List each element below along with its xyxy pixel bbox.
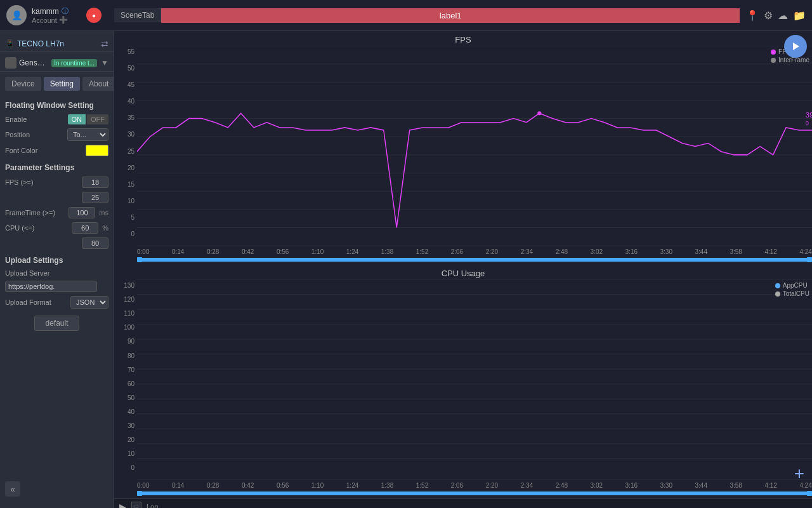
- log-label: Log: [147, 503, 158, 508]
- account-label-row[interactable]: Account ➕: [32, 16, 69, 24]
- frametime-row: FrameTime (>=) ms: [0, 205, 114, 220]
- device-switch-icon[interactable]: ⇄: [101, 39, 108, 49]
- default-button[interactable]: default: [34, 316, 79, 331]
- totalcpu-legend-label: TotalCPU: [783, 290, 809, 297]
- log-arrow-icon[interactable]: ▶: [119, 502, 126, 508]
- cpu-label: CPU (<=): [5, 224, 68, 232]
- fps-svg-area: 39 0 FPS InterFrame: [137, 46, 812, 247]
- fps-y-axis: 55 50 45 40 35 30 25 20 15 10 5 0: [114, 46, 137, 251]
- cpu-row1: CPU (<=) %: [0, 220, 114, 236]
- cpu-scrollbar-left-handle[interactable]: [137, 491, 142, 496]
- charts-area: FPS 55 50 45 40 35 30 25 20 15 10 5 0: [114, 31, 812, 508]
- avatar: 👤: [6, 5, 27, 25]
- fps-x-axis: 0:00 0:14 0:28 0:42 0:56 1:10 1:24 1:38 …: [137, 247, 812, 257]
- label1-tab[interactable]: label1: [161, 8, 740, 23]
- cloud-icon[interactable]: ☁: [778, 10, 788, 22]
- topbar: 👤 kammm ⓘ Account ➕ ● SceneTab label1 📍 …: [0, 0, 812, 31]
- fps-peak-dot: [537, 111, 541, 115]
- floating-window-title: Floating Window Setting: [0, 96, 114, 112]
- fps-input2[interactable]: [82, 192, 108, 203]
- cpu-svg-area: e AppCPU TotalCPU: [137, 279, 812, 481]
- fps-input1[interactable]: 18: [82, 177, 108, 188]
- scene-tab-area: SceneTab label1: [114, 8, 740, 23]
- position-select[interactable]: To...: [67, 128, 108, 141]
- tab-setting[interactable]: Setting: [44, 77, 80, 91]
- cpu-input1[interactable]: [72, 222, 98, 234]
- cpu-chart-wrap: 130 120 110 100 90 80 70 60 50 40 30 20 …: [114, 279, 812, 485]
- upload-settings-title: Upload Settings: [0, 251, 114, 267]
- upload-server-label: Upload Server: [5, 269, 108, 277]
- position-row: Position To...: [0, 126, 114, 143]
- device-row: 📱 TECNO LH7n ⇄: [0, 36, 114, 52]
- app-badge: In rountime t...: [51, 59, 97, 67]
- cpu-scrollbar-row: [137, 490, 812, 497]
- svg-marker-0: [793, 43, 799, 50]
- fps-line: [137, 113, 812, 227]
- parameter-settings-title: Parameter Settings: [0, 158, 114, 175]
- cpu-legend-totalcpu: TotalCPU: [775, 290, 809, 297]
- enable-row: Enable ON OFF: [0, 112, 114, 126]
- cpu-y-axis: 130 120 110 100 90 80 70 60 50 40 30 20 …: [114, 279, 137, 485]
- cpu-chart-svg: e: [137, 279, 812, 481]
- tab-about[interactable]: About: [82, 77, 114, 91]
- main: 📱 TECNO LH7n ⇄ Genshin Imp... In rountim…: [0, 31, 812, 508]
- interframe-legend-dot: [771, 58, 776, 63]
- cpu-scrollbar-thumb[interactable]: [142, 491, 807, 495]
- enable-toggle[interactable]: ON OFF: [68, 114, 109, 124]
- cpu-input2[interactable]: [82, 237, 108, 249]
- play-button[interactable]: [784, 35, 807, 58]
- fps-chart: FPS 55 50 45 40 35 30 25 20 15 10 5 0: [114, 31, 812, 265]
- record-button[interactable]: ●: [86, 8, 102, 23]
- upload-format-select[interactable]: JSON CSV: [70, 296, 108, 309]
- cpu-chart-title: CPU Usage: [114, 267, 812, 279]
- username: kammm ⓘ: [32, 6, 69, 16]
- cpu-scrollbar-right-handle[interactable]: [807, 491, 812, 496]
- app-icon: [5, 57, 16, 69]
- upload-server-input[interactable]: [5, 281, 97, 292]
- add-account-icon[interactable]: ➕: [59, 16, 68, 24]
- cpu-y-axis-label: e: [137, 383, 138, 387]
- location-icon[interactable]: 📍: [746, 10, 759, 22]
- upload-server-input-row: [0, 279, 114, 294]
- toggle-on-btn[interactable]: ON: [68, 114, 86, 124]
- sidebar-collapse-button[interactable]: «: [5, 481, 20, 497]
- cpu-x-axis: 0:00 0:14 0:28 0:42 0:56 1:10 1:24 1:38 …: [137, 481, 812, 490]
- fps-current-value: 39: [806, 111, 812, 119]
- fps-legend-interframe: InterFrame: [771, 57, 809, 64]
- appcpu-legend-dot: [775, 283, 780, 288]
- device-name: TECNO LH7n: [17, 39, 98, 48]
- fps-scrollbar-right-handle[interactable]: [807, 257, 812, 262]
- account-area: 👤 kammm ⓘ Account ➕ ●: [0, 5, 114, 25]
- toggle-off-btn[interactable]: OFF: [87, 114, 108, 124]
- upload-format-label: Upload Format: [5, 298, 67, 306]
- cpu-unit: %: [102, 224, 108, 232]
- fps-label: FPS (>=): [5, 178, 78, 186]
- font-color-label: Font Color: [5, 147, 82, 154]
- settings-icon[interactable]: ⚙: [764, 10, 773, 22]
- cpu-legend-appcpu: AppCPU: [775, 282, 809, 289]
- tabs: Device Setting About: [0, 77, 114, 96]
- appcpu-legend-label: AppCPU: [783, 282, 808, 289]
- log-checkbox[interactable]: □: [131, 502, 141, 508]
- verified-icon: ⓘ: [62, 6, 69, 16]
- cpu-row2: [0, 236, 114, 251]
- add-chart-button[interactable]: +: [794, 464, 804, 484]
- frametime-unit: ms: [99, 209, 108, 217]
- font-color-swatch[interactable]: [86, 145, 108, 156]
- fps-scrollbar-thumb[interactable]: [142, 258, 807, 262]
- fps-scrollbar-left-handle[interactable]: [137, 257, 142, 262]
- fps-current-sub: 0: [806, 120, 809, 126]
- folder-icon[interactable]: 📁: [793, 10, 806, 22]
- top-icons: 📍 ⚙ ☁ 📁: [740, 10, 812, 22]
- app-more-icon[interactable]: ▼: [101, 58, 108, 67]
- account-label-text: Account: [32, 17, 57, 24]
- fps-chart-wrap: 55 50 45 40 35 30 25 20 15 10 5 0: [114, 46, 812, 251]
- fps-chart-svg: 39 0: [137, 46, 812, 247]
- scene-tab-label[interactable]: SceneTab: [114, 8, 161, 22]
- upload-server-row: Upload Server: [0, 267, 114, 279]
- app-row: Genshin Imp... In rountime t... ▼: [0, 55, 114, 72]
- device-icon: 📱: [5, 39, 15, 48]
- frametime-input[interactable]: [69, 207, 95, 218]
- app-name: Genshin Imp...: [19, 58, 49, 67]
- tab-device[interactable]: Device: [5, 77, 41, 91]
